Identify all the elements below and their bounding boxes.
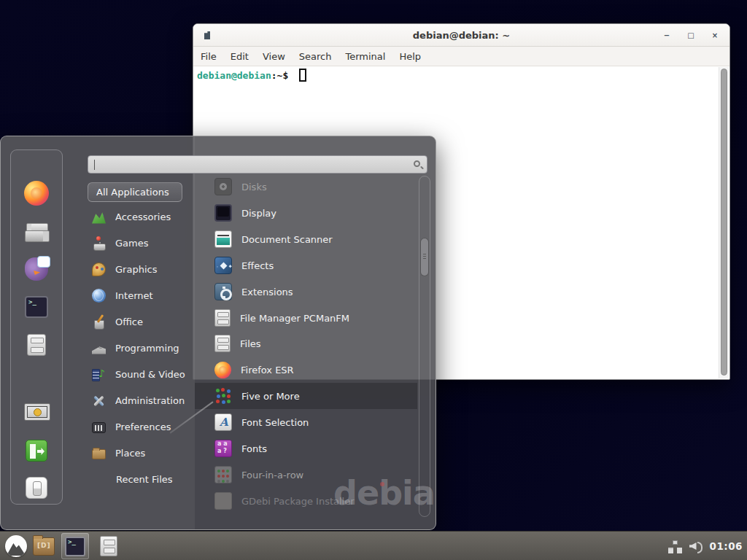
apps-scrollbar-thumb[interactable] bbox=[420, 238, 429, 276]
category-administration[interactable]: Administration bbox=[88, 387, 197, 413]
folder-icon bbox=[33, 537, 55, 556]
gdebi-icon bbox=[214, 492, 232, 510]
app-five-or-more[interactable]: Five or More bbox=[195, 383, 417, 409]
maximize-icon[interactable]: □ bbox=[686, 31, 695, 40]
favorite-firefox-button[interactable] bbox=[23, 179, 50, 207]
menu-terminal[interactable]: Terminal bbox=[345, 51, 385, 62]
log-out-icon bbox=[26, 440, 47, 462]
magnifier-icon bbox=[414, 160, 420, 167]
menu-edit[interactable]: Edit bbox=[231, 51, 249, 62]
app-display[interactable]: Display bbox=[195, 200, 417, 226]
favorites-sidebar bbox=[10, 149, 63, 505]
file-cabinet-icon bbox=[27, 334, 46, 356]
shut-down-button[interactable] bbox=[23, 474, 50, 502]
app-extensions[interactable]: Extensions bbox=[195, 279, 417, 305]
terminal-task-button[interactable] bbox=[61, 533, 89, 559]
font-selection-icon bbox=[214, 413, 232, 431]
menu-view[interactable]: View bbox=[263, 51, 285, 62]
terminal-window-title: debian@debian: ~ bbox=[193, 24, 729, 47]
package-manager-icon bbox=[25, 223, 48, 242]
app-file-manager-pcmanfm[interactable]: File Manager PCManFM bbox=[195, 305, 417, 331]
sound-video-icon bbox=[92, 368, 106, 381]
favorite-terminal-button[interactable] bbox=[23, 293, 50, 321]
category-preferences[interactable]: Preferences bbox=[88, 413, 197, 440]
internet-globe-icon bbox=[92, 289, 106, 303]
display-icon bbox=[214, 204, 232, 222]
terminal-scrollbar[interactable] bbox=[719, 67, 729, 378]
menu-search-box bbox=[88, 155, 427, 174]
log-out-button[interactable] bbox=[23, 437, 50, 464]
category-accessories[interactable]: Accessories bbox=[88, 203, 197, 230]
administration-tools-icon bbox=[92, 394, 106, 408]
graphics-icon bbox=[92, 262, 106, 276]
apps-scrollbar[interactable] bbox=[419, 176, 430, 517]
category-all-applications[interactable]: All Applications bbox=[88, 182, 182, 202]
fonts-icon bbox=[214, 440, 232, 457]
close-icon[interactable]: × bbox=[711, 31, 719, 40]
app-document-scanner[interactable]: Document Scanner bbox=[195, 226, 417, 252]
file-manager-launcher[interactable] bbox=[30, 533, 58, 559]
category-label: All Applications bbox=[96, 187, 169, 198]
favorite-package-manager-button[interactable] bbox=[23, 219, 50, 246]
four-in-a-row-icon bbox=[214, 466, 232, 483]
menu-file[interactable]: File bbox=[201, 51, 217, 62]
extensions-gear-icon bbox=[214, 283, 232, 300]
firefox-icon bbox=[214, 362, 231, 378]
five-or-more-dots-icon bbox=[214, 387, 232, 405]
firefox-icon bbox=[24, 181, 49, 206]
category-office[interactable]: Office bbox=[88, 308, 197, 335]
app-files[interactable]: Files bbox=[195, 330, 417, 357]
app-fonts[interactable]: Fonts bbox=[195, 435, 417, 462]
network-icon[interactable] bbox=[668, 540, 682, 552]
search-input[interactable] bbox=[94, 158, 408, 171]
accessories-icon bbox=[92, 210, 106, 224]
category-recent-files[interactable]: Recent Files bbox=[88, 466, 197, 492]
app-gdebi-package-installer[interactable]: GDebi Package Installer bbox=[195, 488, 417, 514]
terminal-scrollbar-thumb[interactable] bbox=[721, 69, 727, 376]
disks-icon bbox=[214, 178, 232, 195]
terminal-titlebar[interactable]: debian@debian: ~ − □ × bbox=[193, 24, 729, 47]
places-folder-icon bbox=[92, 449, 106, 459]
minimize-icon[interactable]: − bbox=[662, 31, 671, 40]
category-places[interactable]: Places bbox=[88, 440, 197, 466]
terminal-icon bbox=[25, 296, 48, 318]
app-effects[interactable]: Effects bbox=[195, 252, 417, 279]
window-buttons: − □ × bbox=[662, 24, 719, 47]
category-games[interactable]: Games bbox=[88, 230, 197, 256]
files-launcher[interactable] bbox=[95, 533, 123, 559]
category-graphics[interactable]: Graphics bbox=[88, 256, 197, 282]
games-icon bbox=[92, 236, 106, 250]
terminal-icon bbox=[65, 537, 85, 556]
app-disks[interactable]: Disks bbox=[195, 174, 417, 200]
prompt-path: :~$ bbox=[271, 70, 288, 81]
category-internet[interactable]: Internet bbox=[88, 282, 197, 308]
category-sound-video[interactable]: Sound & Video bbox=[88, 361, 197, 387]
category-programming[interactable]: Programming bbox=[88, 335, 197, 361]
menu-search[interactable]: Search bbox=[299, 51, 332, 62]
favorite-pidgin-button[interactable] bbox=[23, 255, 50, 283]
document-scanner-icon bbox=[214, 230, 232, 248]
lock-screen-button[interactable] bbox=[23, 400, 50, 427]
terminal-cursor bbox=[299, 69, 306, 82]
system-tray: 01:06 bbox=[668, 532, 743, 560]
menu-help[interactable]: Help bbox=[399, 51, 421, 62]
taskbar: 01:06 bbox=[0, 531, 747, 560]
start-menu-icon bbox=[5, 535, 27, 557]
pidgin-icon bbox=[25, 257, 48, 281]
menu-button[interactable] bbox=[2, 533, 30, 559]
clock[interactable]: 01:06 bbox=[710, 540, 743, 552]
programming-icon bbox=[92, 341, 106, 355]
app-four-in-a-row[interactable]: Four-in-a-row bbox=[195, 462, 417, 488]
application-menu: debian All Applications Accessories bbox=[0, 136, 436, 530]
terminal-menubar: File Edit View Search Terminal Help bbox=[193, 47, 729, 66]
text-caret bbox=[94, 160, 95, 170]
preferences-icon bbox=[92, 422, 106, 433]
file-cabinet-icon bbox=[100, 536, 117, 556]
volume-icon[interactable] bbox=[689, 540, 703, 552]
office-icon bbox=[92, 315, 106, 329]
app-font-selection[interactable]: Font Selection bbox=[195, 409, 417, 435]
file-cabinet-icon bbox=[214, 309, 231, 327]
lock-screen-icon bbox=[24, 403, 49, 424]
app-firefox-esr[interactable]: Firefox ESR bbox=[195, 357, 417, 383]
favorite-files-button[interactable] bbox=[23, 331, 50, 359]
